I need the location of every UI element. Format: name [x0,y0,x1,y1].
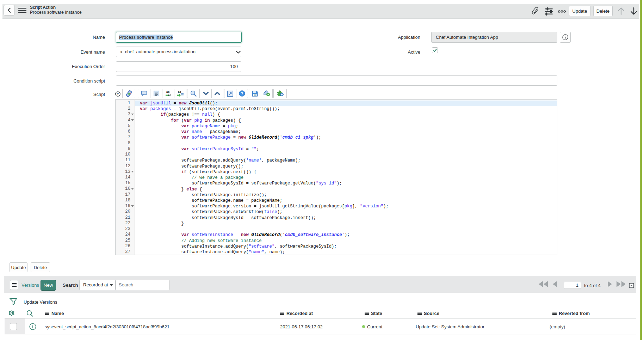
svg-text:ab: ab [178,90,181,93]
svg-text:?: ? [117,92,119,96]
svg-text:ab: ab [166,90,169,93]
svg-text:ac: ac [168,93,171,97]
svg-text:?: ? [241,91,243,96]
